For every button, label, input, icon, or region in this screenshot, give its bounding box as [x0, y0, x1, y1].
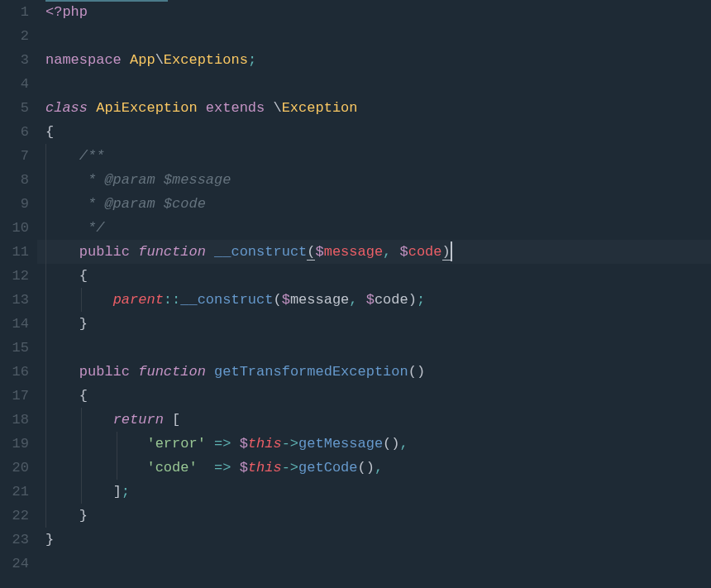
line-number: 19 — [0, 432, 29, 456]
line-number: 22 — [0, 504, 29, 528]
method-call: getCode — [298, 460, 357, 476]
variable: message — [324, 244, 383, 260]
param-var: $code — [164, 196, 206, 212]
code-line-18[interactable]: return [ — [37, 408, 711, 432]
string-literal: code — [155, 460, 189, 476]
indent-guide — [117, 432, 117, 456]
code-line-17[interactable]: { — [37, 384, 711, 408]
comma: , — [349, 292, 357, 308]
line-number: 14 — [0, 312, 29, 336]
function-name: __construct — [214, 244, 307, 260]
line-number: 16 — [0, 360, 29, 384]
open-paren: ( — [383, 436, 391, 452]
variable: code — [408, 244, 442, 260]
code-editor[interactable]: 1 2 3 4 5 6 7 8 9 10 11 12 13 14 15 16 1… — [0, 0, 711, 588]
code-line-9[interactable]: * @param $code — [37, 192, 711, 216]
code-content[interactable]: <?php namespace App\Exceptions; class Ap… — [37, 0, 711, 588]
code-line-3[interactable]: namespace App\Exceptions; — [37, 48, 711, 72]
keyword-extends: extends — [206, 100, 265, 116]
code-line-1[interactable]: <?php — [37, 0, 711, 24]
code-line-21[interactable]: ]; — [37, 480, 711, 504]
line-number: 17 — [0, 384, 29, 408]
code-line-10[interactable]: */ — [37, 216, 711, 240]
object-arrow: -> — [282, 436, 298, 452]
code-line-2[interactable] — [37, 24, 711, 48]
line-number: 13 — [0, 288, 29, 312]
line-number: 11 — [0, 240, 29, 264]
string-literal: error — [155, 436, 198, 452]
indent-guide — [45, 360, 46, 384]
namespace-part: Exceptions — [164, 52, 248, 68]
code-line-13[interactable]: parent::__construct($message, $code); — [37, 288, 711, 312]
param-tag: @param — [104, 172, 155, 188]
indent-guide — [117, 456, 117, 480]
class-name: ApiException — [96, 100, 197, 116]
line-number: 7 — [0, 144, 29, 168]
line-number: 23 — [0, 528, 29, 552]
docblock-star: * — [79, 196, 96, 212]
line-number: 9 — [0, 192, 29, 216]
code-line-22[interactable]: } — [37, 504, 711, 528]
line-number: 8 — [0, 168, 29, 192]
indent-guide — [45, 432, 46, 456]
docblock-star: * — [79, 172, 96, 188]
string-quote: ' — [146, 460, 155, 476]
code-line-8[interactable]: * @param $message — [37, 168, 711, 192]
code-line-24[interactable] — [37, 552, 711, 576]
code-line-23[interactable]: } — [37, 528, 711, 552]
code-line-5[interactable]: class ApiException extends \Exception — [37, 96, 711, 120]
this-keyword: this — [248, 436, 282, 452]
dollar-sign: $ — [400, 244, 408, 260]
code-line-12[interactable]: { — [37, 264, 711, 288]
method-call: getMessage — [298, 436, 383, 452]
code-line-6[interactable]: { — [37, 120, 711, 144]
double-colon: :: — [164, 292, 180, 308]
open-brace: { — [45, 124, 54, 140]
double-arrow: => — [214, 436, 231, 452]
string-quote: ' — [146, 436, 155, 452]
this-keyword: this — [248, 460, 282, 476]
php-open-tag: <?php — [45, 4, 88, 20]
double-arrow: => — [214, 460, 231, 476]
code-line-7[interactable]: /** — [37, 144, 711, 168]
dollar-sign: $ — [366, 292, 375, 308]
line-number: 4 — [0, 72, 29, 96]
indent-guide — [45, 408, 46, 432]
param-tag: @param — [104, 196, 155, 212]
indent-guide — [45, 504, 46, 528]
object-arrow: -> — [282, 460, 298, 476]
keyword-public: public — [79, 364, 130, 380]
indent-guide — [45, 312, 46, 336]
keyword-namespace: namespace — [45, 52, 122, 68]
code-line-15[interactable] — [37, 336, 711, 360]
string-quote: ' — [198, 436, 206, 452]
semicolon: ; — [417, 292, 425, 308]
line-number: 18 — [0, 408, 29, 432]
open-paren-matched: ( — [307, 244, 315, 261]
line-number: 15 — [0, 336, 29, 360]
indent-guide — [81, 432, 82, 456]
indent-guide — [45, 384, 46, 408]
semicolon: ; — [248, 52, 256, 68]
indent-guide — [81, 480, 82, 504]
code-line-14[interactable]: } — [37, 312, 711, 336]
keyword-function: function — [138, 364, 206, 380]
parent-keyword: parent — [113, 292, 164, 308]
line-number: 6 — [0, 120, 29, 144]
indent-guide — [45, 264, 46, 288]
variable: message — [290, 292, 349, 308]
open-paren: ( — [273, 292, 281, 308]
line-number: 21 — [0, 480, 29, 504]
code-line-19[interactable]: 'error' => $this->getMessage(), — [37, 432, 711, 456]
code-line-11[interactable]: public function __construct($message, $c… — [37, 240, 711, 264]
code-line-16[interactable]: public function getTransformedException(… — [37, 360, 711, 384]
variable: code — [375, 292, 408, 308]
indent-guide — [45, 144, 46, 168]
namespace-separator: \ — [155, 52, 164, 68]
open-brace: { — [79, 268, 88, 284]
line-number: 24 — [0, 552, 29, 576]
code-line-4[interactable] — [37, 72, 711, 96]
line-number: 5 — [0, 96, 29, 120]
code-line-20[interactable]: 'code' => $this->getCode(), — [37, 456, 711, 480]
line-number: 2 — [0, 24, 29, 48]
